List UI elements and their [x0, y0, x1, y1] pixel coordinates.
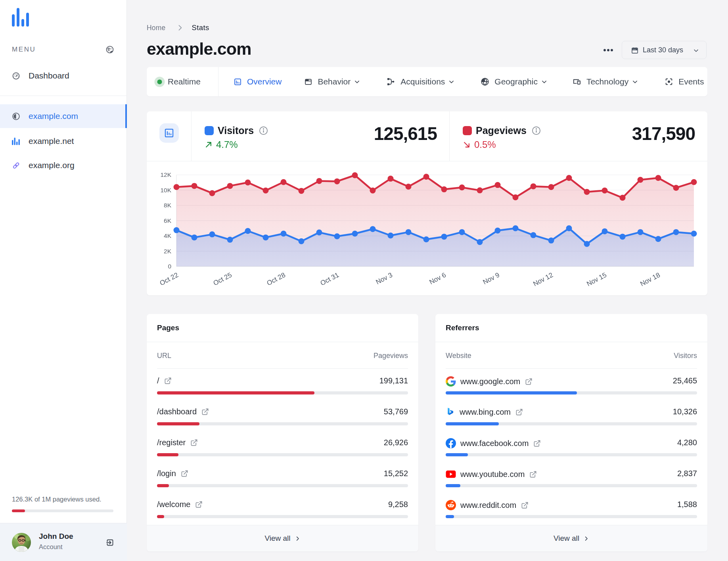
- svg-text:0: 0: [168, 263, 171, 270]
- svg-text:Nov 9: Nov 9: [482, 271, 501, 286]
- svg-text:Oct 22: Oct 22: [159, 271, 180, 287]
- svg-text:6K: 6K: [164, 217, 172, 224]
- svg-text:Nov 3: Nov 3: [375, 271, 394, 286]
- svg-text:8K: 8K: [164, 202, 172, 209]
- svg-text:Nov 12: Nov 12: [532, 271, 554, 288]
- svg-text:Nov 18: Nov 18: [639, 271, 661, 288]
- svg-text:Oct 31: Oct 31: [319, 271, 340, 287]
- svg-text:12K: 12K: [160, 171, 171, 178]
- svg-text:Nov 6: Nov 6: [428, 271, 447, 286]
- svg-text:2K: 2K: [164, 248, 172, 255]
- svg-text:4K: 4K: [164, 232, 172, 239]
- svg-text:10K: 10K: [160, 187, 171, 193]
- svg-text:Nov 15: Nov 15: [585, 271, 607, 288]
- svg-text:Oct 28: Oct 28: [266, 271, 287, 287]
- svg-text:Oct 25: Oct 25: [212, 271, 233, 287]
